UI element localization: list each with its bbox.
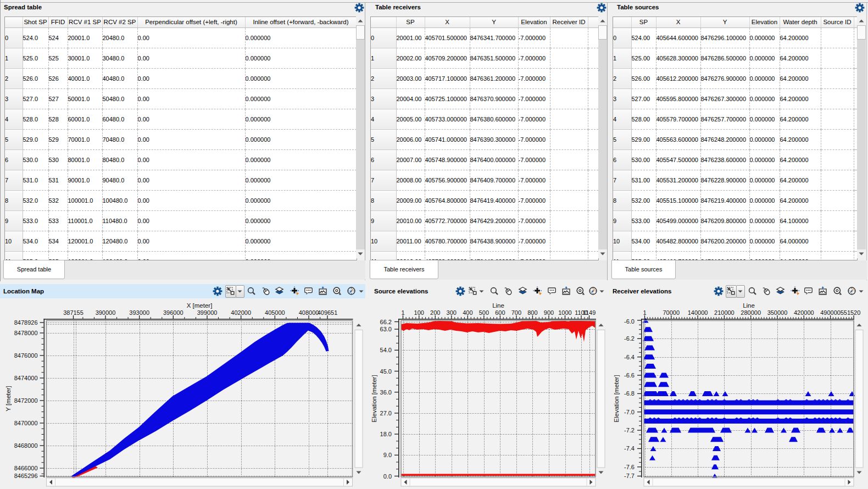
svg-text:600: 600 [495,309,505,316]
svg-text:387155: 387155 [63,309,84,316]
svg-text:396000: 396000 [163,309,183,316]
svg-text:-6.4: -6.4 [624,354,635,360]
svg-text:-7.0: -7.0 [624,409,635,415]
svg-text:Elevation [meter]: Elevation [meter] [613,375,620,422]
svg-text:200: 200 [430,309,440,316]
svg-text:393000: 393000 [129,309,149,316]
svg-text:8476000: 8476000 [14,352,38,359]
svg-text:700: 700 [511,309,521,316]
svg-text:400: 400 [463,309,472,316]
svg-text:280000: 280000 [741,309,761,316]
svg-text:405000: 405000 [265,309,285,316]
svg-text:0.0: 0.0 [383,473,392,480]
svg-text:8472000: 8472000 [14,397,38,404]
svg-text:45.0: 45.0 [380,368,392,375]
svg-text:-6.6: -6.6 [624,372,635,379]
svg-text:551520: 551520 [841,309,861,316]
svg-text:Line: Line [743,302,755,309]
svg-text:18.0: 18.0 [380,431,392,437]
svg-text:70000: 70000 [663,309,680,316]
svg-text:402000: 402000 [231,309,251,316]
svg-text:500: 500 [479,309,489,316]
svg-text:350000: 350000 [767,309,788,316]
svg-text:408000: 408000 [299,309,319,316]
svg-text:Line: Line [492,302,504,309]
svg-text:140000: 140000 [688,309,708,316]
svg-text:63.0: 63.0 [380,326,392,332]
svg-text:900: 900 [544,309,554,316]
svg-text:-7.2: -7.2 [624,427,635,434]
svg-text:1000: 1000 [558,309,571,316]
svg-text:100: 100 [414,309,424,316]
svg-text:Y [meter]: Y [meter] [5,386,12,411]
svg-text:409651: 409651 [318,309,338,316]
svg-text:-7.7: -7.7 [624,473,635,479]
svg-text:66.2: 66.2 [380,319,392,325]
svg-text:490000: 490000 [820,309,841,316]
svg-text:-7.6: -7.6 [624,464,635,470]
svg-text:-7.4: -7.4 [624,445,635,452]
svg-text:54.0: 54.0 [380,347,392,353]
svg-text:1: 1 [401,309,404,316]
svg-text:390000: 390000 [96,309,116,316]
svg-text:8478000: 8478000 [14,330,38,336]
svg-text:800: 800 [527,309,537,316]
svg-text:36.0: 36.0 [380,389,392,396]
svg-text:-6.8: -6.8 [624,390,635,397]
svg-text:8468000: 8468000 [14,442,38,449]
svg-text:399000: 399000 [197,309,218,316]
svg-text:-6.2: -6.2 [624,335,635,342]
svg-text:9.0: 9.0 [383,452,392,458]
svg-text:420000: 420000 [794,309,814,316]
svg-text:8465296: 8465296 [14,473,38,479]
svg-text:-6.0: -6.0 [624,318,635,325]
svg-text:8470000: 8470000 [14,420,38,426]
svg-text:X [meter]: X [meter] [187,302,213,309]
svg-text:Elevation [meter]: Elevation [meter] [371,375,377,422]
svg-text:8466000: 8466000 [14,465,38,471]
svg-text:1: 1 [643,309,646,316]
svg-text:8474000: 8474000 [14,375,38,381]
svg-text:8478926: 8478926 [14,319,38,326]
svg-text:300: 300 [447,309,457,316]
svg-text:27.0: 27.0 [380,410,392,416]
svg-text:210000: 210000 [714,309,735,316]
svg-text:1149: 1149 [583,309,596,316]
